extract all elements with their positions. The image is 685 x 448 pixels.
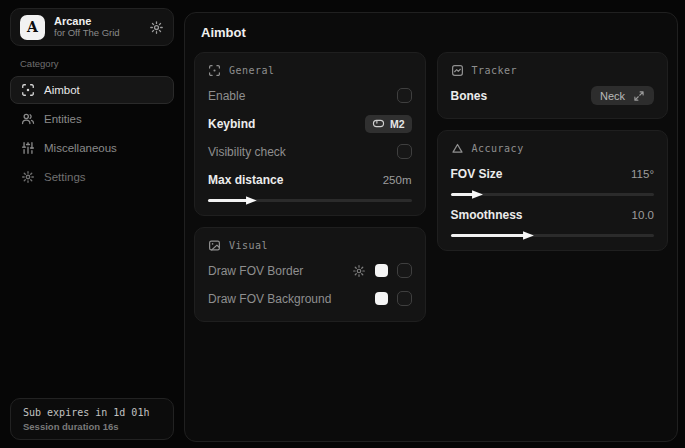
visibility-check-row: Visibility check xyxy=(208,142,412,161)
sidebar-item-label: Entities xyxy=(44,113,82,125)
panel-general: General Enable Keybind xyxy=(194,52,426,216)
enable-checkbox[interactable] xyxy=(397,88,412,103)
fov-background-checkbox[interactable] xyxy=(397,291,412,306)
bones-row: Bones Neck xyxy=(451,86,655,105)
max-distance-slider[interactable] xyxy=(208,199,412,202)
fov-size-label: FOV Size xyxy=(451,167,503,181)
app-meta: Arcane for Off The Grid xyxy=(54,15,140,39)
keybind-button[interactable]: M2 xyxy=(365,115,412,133)
bones-select[interactable]: Neck xyxy=(591,86,654,105)
category-label: Category xyxy=(20,58,174,69)
sidebar-item-label: Settings xyxy=(44,171,86,183)
max-distance-label: Max distance xyxy=(208,173,283,187)
app-logo: A xyxy=(20,15,45,40)
fov-size-row: FOV Size 115° xyxy=(451,164,655,183)
fov-size-slider[interactable] xyxy=(451,193,655,196)
main-content: Aimbot General Enable xyxy=(184,12,678,442)
sidebar: A Arcane for Off The Grid Category Aimbo… xyxy=(0,0,184,448)
sub-expiry-text: Sub expires in 1d 01h xyxy=(23,407,161,418)
fov-background-label: Draw FOV Background xyxy=(208,292,331,306)
smoothness-slider[interactable] xyxy=(451,234,655,237)
users-icon xyxy=(21,112,35,126)
fov-border-controls xyxy=(352,263,412,278)
smoothness-value: 10.0 xyxy=(632,209,654,221)
bones-selected-value: Neck xyxy=(600,90,625,102)
fov-background-row: Draw FOV Background xyxy=(208,289,412,308)
panel-visual: Visual Draw FOV Border xyxy=(194,227,426,322)
smoothness-label: Smoothness xyxy=(451,208,523,222)
panel-header-label: Tracker xyxy=(472,65,518,76)
panel-tracker-header: Tracker xyxy=(451,64,655,77)
sidebar-item-entities[interactable]: Entities xyxy=(10,105,174,133)
image-icon xyxy=(208,239,221,252)
triangle-icon xyxy=(451,142,464,155)
sidebar-item-aimbot[interactable]: Aimbot xyxy=(10,76,174,104)
sidebar-item-miscellaneous[interactable]: Miscellaneous xyxy=(10,134,174,162)
slider-thumb[interactable] xyxy=(472,189,483,200)
max-distance-row: Max distance 250m xyxy=(208,170,412,189)
panel-visual-header: Visual xyxy=(208,239,412,252)
sliders-icon xyxy=(21,141,35,155)
page-title: Aimbot xyxy=(201,25,669,40)
panel-columns: General Enable Keybind xyxy=(193,52,669,322)
bones-label: Bones xyxy=(451,89,488,103)
crosshair-icon xyxy=(21,83,35,97)
panel-accuracy: Accuracy FOV Size 115° Smoothness 10.0 xyxy=(437,130,669,251)
session-duration-text: Session duration 16s xyxy=(23,421,161,432)
sidebar-item-settings[interactable]: Settings xyxy=(10,163,174,191)
fov-background-color-swatch[interactable] xyxy=(375,292,388,305)
smoothness-row: Smoothness 10.0 xyxy=(451,205,655,224)
fov-border-label: Draw FOV Border xyxy=(208,264,303,278)
gear-icon[interactable] xyxy=(352,264,366,278)
slider-fill xyxy=(451,193,477,196)
app-header-card: A Arcane for Off The Grid xyxy=(10,8,174,46)
app-title: Arcane xyxy=(54,15,140,28)
gear-icon xyxy=(21,170,35,184)
app-subtitle: for Off The Grid xyxy=(54,28,140,39)
fov-border-row: Draw FOV Border xyxy=(208,261,412,280)
panel-tracker: Tracker Bones Neck xyxy=(437,52,669,119)
fov-size-value: 115° xyxy=(631,168,654,180)
panel-general-header: General xyxy=(208,64,412,77)
max-distance-value: 250m xyxy=(383,174,412,186)
slider-thumb[interactable] xyxy=(246,195,257,206)
fov-border-checkbox[interactable] xyxy=(397,263,412,278)
enable-label: Enable xyxy=(208,89,245,103)
sidebar-item-label: Aimbot xyxy=(44,84,80,96)
panel-header-label: Accuracy xyxy=(472,143,524,154)
enable-row: Enable xyxy=(208,86,412,105)
panel-header-label: Visual xyxy=(229,240,268,251)
mouse-icon xyxy=(372,117,385,130)
fov-background-controls xyxy=(375,291,412,306)
slider-thumb[interactable] xyxy=(523,230,534,241)
sidebar-item-label: Miscellaneous xyxy=(44,142,117,154)
keybind-value: M2 xyxy=(390,118,405,130)
panel-accuracy-header: Accuracy xyxy=(451,142,655,155)
visibility-check-checkbox[interactable] xyxy=(397,144,412,159)
keybind-label: Keybind xyxy=(208,117,255,131)
crosshair-icon xyxy=(208,64,221,77)
slider-fill xyxy=(208,199,251,202)
fov-border-color-swatch[interactable] xyxy=(375,264,388,277)
subscription-status-card: Sub expires in 1d 01h Session duration 1… xyxy=(10,398,174,440)
panel-header-label: General xyxy=(229,65,275,76)
slider-fill xyxy=(451,234,528,237)
activity-icon xyxy=(451,64,464,77)
expand-icon xyxy=(633,90,645,102)
left-column: General Enable Keybind xyxy=(194,52,426,322)
keybind-row: Keybind M2 xyxy=(208,114,412,133)
right-column: Tracker Bones Neck xyxy=(437,52,669,322)
gear-icon[interactable] xyxy=(149,20,164,35)
visibility-check-label: Visibility check xyxy=(208,145,286,159)
